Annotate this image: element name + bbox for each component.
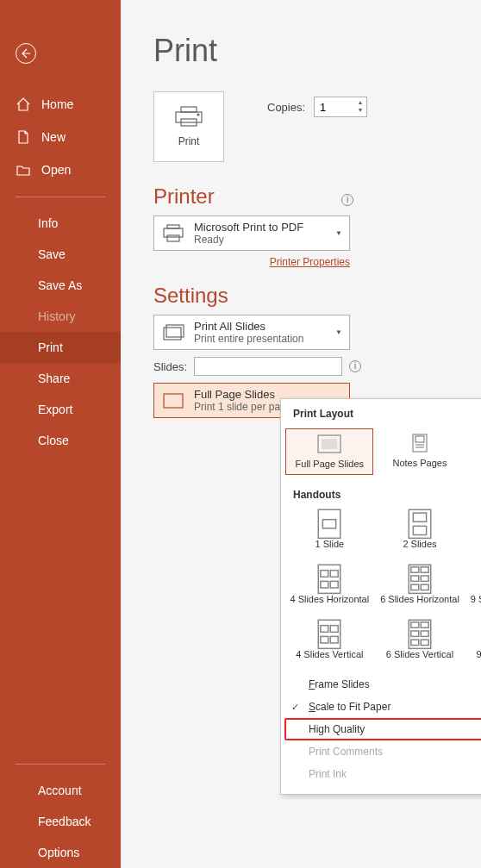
popout-layout-heading: Print Layout bbox=[281, 399, 481, 423]
handout-2-slides[interactable]: 2 Slides bbox=[376, 509, 464, 554]
svg-rect-59 bbox=[331, 637, 339, 644]
copies-input[interactable]: 1 ▲ ▼ bbox=[314, 97, 367, 117]
nav-feedback[interactable]: Feedback bbox=[0, 806, 121, 837]
layout-popout: Print Layout Full Page Slides Notes Page… bbox=[280, 398, 481, 795]
print-button[interactable]: Print bbox=[153, 91, 224, 162]
svg-rect-6 bbox=[167, 235, 179, 241]
backstage-sidebar: Home New Open Info Save Save As History … bbox=[0, 0, 121, 868]
handout-4h[interactable]: 4 Slides Horizontal bbox=[285, 565, 373, 609]
handout-1-slide[interactable]: 1 Slide bbox=[285, 509, 373, 554]
full-page-icon bbox=[161, 391, 185, 410]
nav-export[interactable]: Export bbox=[0, 394, 121, 425]
handout-4v[interactable]: 4 Slides Vertical bbox=[285, 620, 373, 665]
handout-3-slides[interactable]: 3 Slides bbox=[466, 509, 481, 554]
back-button[interactable] bbox=[16, 43, 36, 64]
nav-history[interactable]: History bbox=[0, 301, 121, 332]
printer-device-icon bbox=[161, 224, 185, 243]
new-icon bbox=[16, 129, 31, 145]
svg-rect-33 bbox=[319, 565, 340, 593]
print-range-dropdown[interactable]: Print All Slides Print entire presentati… bbox=[153, 315, 350, 350]
sidebar-divider bbox=[16, 197, 105, 197]
svg-rect-9 bbox=[164, 394, 183, 408]
printer-name: Microsoft Print to PDF bbox=[194, 221, 342, 234]
chevron-down-icon: ▼ bbox=[335, 328, 342, 336]
slides-stack-icon bbox=[161, 323, 185, 342]
opt-frame-slides[interactable]: Frame Slides bbox=[281, 673, 481, 696]
nav-saveas[interactable]: Save As bbox=[0, 270, 121, 301]
check-icon: ✓ bbox=[291, 702, 299, 713]
home-icon bbox=[16, 97, 31, 112]
slides-info-icon[interactable]: i bbox=[349, 360, 361, 372]
handout-9h[interactable]: 9 Slides Horizontal bbox=[466, 565, 481, 609]
svg-rect-0 bbox=[181, 107, 197, 112]
page-title: Print bbox=[153, 33, 481, 69]
printer-icon bbox=[174, 106, 203, 127]
handout-icon bbox=[408, 625, 432, 644]
nav-save[interactable]: Save bbox=[0, 239, 121, 270]
print-backstage: Print Print Copies: 1 ▲ ▼ Printer i Micr… bbox=[121, 0, 481, 868]
handout-6v[interactable]: 6 Slides Vertical bbox=[376, 620, 464, 665]
layout-notes-pages[interactable]: Notes Pages bbox=[376, 428, 464, 475]
nav-open[interactable]: Open bbox=[0, 153, 121, 186]
svg-rect-36 bbox=[321, 582, 328, 589]
print-range-line1: Print All Slides bbox=[194, 320, 342, 333]
svg-rect-5 bbox=[167, 225, 179, 228]
copies-label: Copies: bbox=[267, 101, 305, 114]
sidebar-divider bbox=[16, 764, 105, 765]
handout-icon bbox=[317, 570, 341, 589]
svg-rect-62 bbox=[421, 622, 428, 628]
layout-outline[interactable]: Outline bbox=[466, 428, 481, 475]
svg-rect-63 bbox=[411, 631, 419, 636]
nav-options[interactable]: Options bbox=[0, 837, 121, 868]
svg-rect-56 bbox=[321, 626, 328, 633]
printer-info-icon[interactable]: i bbox=[341, 194, 353, 206]
svg-rect-66 bbox=[421, 640, 428, 645]
slides-input[interactable] bbox=[194, 357, 342, 376]
copies-up[interactable]: ▲ bbox=[356, 98, 365, 106]
svg-rect-55 bbox=[319, 620, 340, 648]
full-page-icon bbox=[317, 434, 341, 453]
slides-label: Slides: bbox=[153, 360, 187, 373]
nav-home[interactable]: Home bbox=[0, 88, 121, 121]
svg-rect-38 bbox=[409, 565, 430, 593]
printer-heading: Printer bbox=[153, 184, 215, 209]
svg-rect-39 bbox=[411, 567, 419, 572]
copies-value: 1 bbox=[320, 101, 326, 114]
handout-icon bbox=[408, 570, 432, 589]
svg-rect-41 bbox=[411, 576, 419, 581]
nav-new[interactable]: New bbox=[0, 121, 121, 153]
opt-scale-to-fit[interactable]: ✓Scale to Fit Paper bbox=[281, 696, 481, 718]
nav-share[interactable]: Share bbox=[0, 363, 121, 394]
svg-rect-12 bbox=[413, 434, 427, 452]
handout-icon bbox=[317, 515, 341, 534]
open-icon bbox=[16, 162, 31, 178]
nav-info[interactable]: Info bbox=[0, 208, 121, 239]
nav-print[interactable]: Print bbox=[0, 332, 121, 363]
settings-heading: Settings bbox=[153, 284, 481, 308]
copies-down[interactable]: ▼ bbox=[356, 106, 365, 114]
svg-rect-65 bbox=[411, 640, 419, 645]
svg-rect-37 bbox=[331, 582, 339, 589]
svg-rect-11 bbox=[322, 439, 337, 449]
svg-rect-42 bbox=[421, 576, 428, 581]
svg-rect-24 bbox=[413, 513, 426, 521]
svg-rect-23 bbox=[409, 509, 430, 538]
handout-9v[interactable]: 9 Slides Vertical bbox=[466, 620, 481, 665]
svg-rect-34 bbox=[321, 571, 328, 578]
layout-full-page-slides[interactable]: Full Page Slides bbox=[285, 428, 373, 475]
opt-high-quality[interactable]: High Quality bbox=[284, 718, 481, 740]
nav-label: Home bbox=[41, 97, 73, 111]
svg-rect-43 bbox=[411, 584, 419, 590]
printer-properties-link[interactable]: Printer Properties bbox=[153, 256, 350, 268]
svg-rect-22 bbox=[323, 520, 336, 528]
nav-label: Open bbox=[41, 163, 71, 177]
nav-account[interactable]: Account bbox=[0, 775, 121, 806]
svg-rect-35 bbox=[331, 571, 339, 578]
chevron-down-icon: ▼ bbox=[335, 229, 342, 237]
nav-close[interactable]: Close bbox=[0, 425, 121, 456]
opt-print-comments: Print Comments bbox=[281, 740, 481, 763]
svg-rect-40 bbox=[421, 567, 428, 572]
handout-6h[interactable]: 6 Slides Horizontal bbox=[376, 565, 464, 609]
printer-dropdown[interactable]: Microsoft Print to PDF Ready ▼ bbox=[153, 215, 350, 251]
svg-rect-21 bbox=[319, 509, 340, 538]
